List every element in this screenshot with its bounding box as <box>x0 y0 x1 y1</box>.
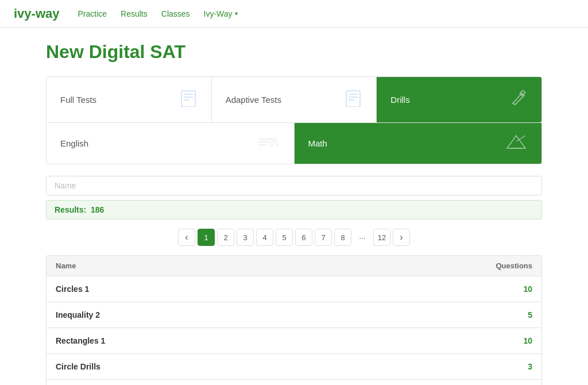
tab-drills[interactable]: Drills <box>377 77 541 122</box>
table-row[interactable]: Circle Drills 3 <box>46 354 542 380</box>
page-5-button[interactable]: 5 <box>276 229 293 246</box>
row-questions: 5 <box>528 310 532 319</box>
table-row[interactable]: Probability 1 5 <box>46 380 542 385</box>
row-questions: 10 <box>523 336 532 345</box>
page-1-button[interactable]: 1 <box>198 229 215 246</box>
svg-line-14 <box>516 136 525 141</box>
adaptive-tests-icon <box>344 88 362 111</box>
pagination: ‹ 1 2 3 4 5 6 7 8 ··· 12 › <box>46 229 542 246</box>
row-name: Rectangles 1 <box>56 336 105 345</box>
results-bar: Results: 186 <box>46 200 542 220</box>
row-name: Circle Drills <box>56 362 100 371</box>
nav-practice[interactable]: Practice <box>78 9 107 18</box>
row-questions: 10 <box>523 284 532 294</box>
col-questions-header: Questions <box>496 261 532 270</box>
english-icon <box>257 134 280 152</box>
table-body: Circles 1 10 Inequality 2 5 Rectangles 1… <box>46 276 542 385</box>
page-title: New Digital SAT <box>46 41 542 63</box>
subtabs-row: English Math <box>46 123 542 164</box>
prev-page-button[interactable]: ‹ <box>178 229 195 246</box>
svg-rect-0 <box>181 91 195 107</box>
page-6-button[interactable]: 6 <box>295 229 312 246</box>
row-name: Inequality 2 <box>56 310 100 319</box>
row-name: Circles 1 <box>56 284 89 294</box>
logo[interactable]: ivy-way <box>14 6 60 21</box>
row-questions: 3 <box>528 362 532 371</box>
col-name-header: Name <box>56 261 76 270</box>
subtab-math[interactable]: Math <box>295 123 542 164</box>
nav-links: Practice Results Classes Ivy-Way ▾ <box>78 9 238 18</box>
svg-rect-4 <box>346 91 360 107</box>
nav-results[interactable]: Results <box>121 9 148 18</box>
next-page-button[interactable]: › <box>393 229 410 246</box>
page-12-button[interactable]: 12 <box>373 229 390 246</box>
page-dots: ··· <box>354 229 371 246</box>
page-8-button[interactable]: 8 <box>334 229 351 246</box>
page-2-button[interactable]: 2 <box>217 229 234 246</box>
chevron-down-icon: ▾ <box>235 10 238 17</box>
page-7-button[interactable]: 7 <box>315 229 332 246</box>
page-3-button[interactable]: 3 <box>237 229 254 246</box>
tabs-row: Full Tests Adaptive Tests <box>46 76 542 123</box>
tab-full-tests[interactable]: Full Tests <box>47 77 212 122</box>
table-row[interactable]: Circles 1 10 <box>46 276 542 302</box>
subtab-english[interactable]: English <box>47 123 295 164</box>
table-row[interactable]: Rectangles 1 10 <box>46 328 542 354</box>
navbar: ivy-way Practice Results Classes Ivy-Way… <box>0 0 588 28</box>
nav-ivyway[interactable]: Ivy-Way ▾ <box>204 9 238 18</box>
main-content: New Digital SAT Full Tests Adaptive Test… <box>0 28 588 385</box>
table-header: Name Questions <box>46 255 542 276</box>
full-tests-icon <box>179 88 198 111</box>
drills-icon <box>509 88 528 111</box>
nav-classes[interactable]: Classes <box>161 9 190 18</box>
results-count: 186 <box>91 205 104 214</box>
search-input[interactable] <box>46 176 542 195</box>
tab-adaptive-tests[interactable]: Adaptive Tests <box>212 77 377 122</box>
page-4-button[interactable]: 4 <box>256 229 273 246</box>
table-row[interactable]: Inequality 2 5 <box>46 302 542 328</box>
math-icon <box>505 133 528 153</box>
